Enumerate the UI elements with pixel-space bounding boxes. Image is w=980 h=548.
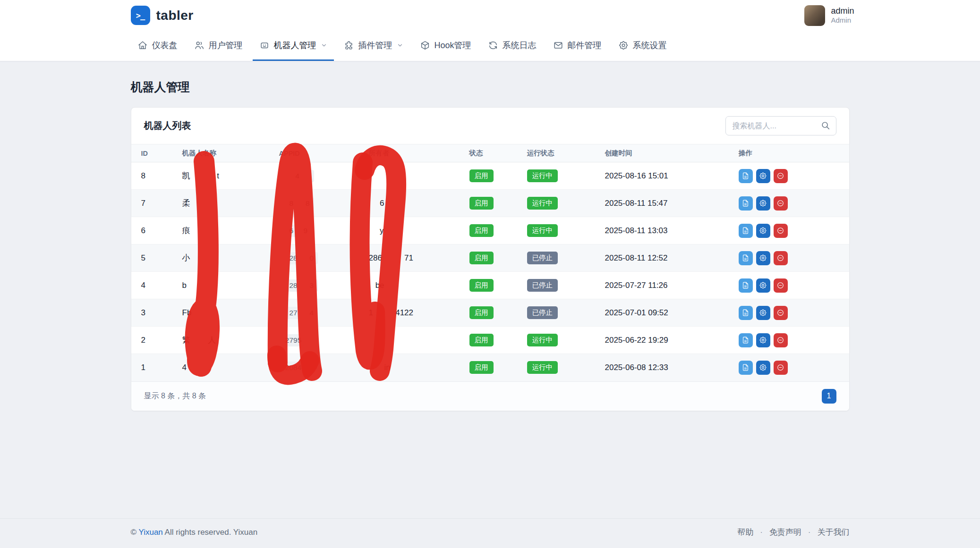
column-header: 所有者 (359, 144, 460, 162)
column-header: 运行状态 (517, 144, 595, 162)
column-header: APPID (269, 144, 359, 162)
disable-button[interactable] (774, 196, 788, 211)
footer-link-2[interactable]: 关于我们 (818, 527, 850, 538)
cell-owner: 286 71 (359, 244, 460, 272)
nav-item-label: 机器人管理 (274, 40, 316, 51)
settings-button[interactable] (756, 196, 770, 211)
view-log-button[interactable] (739, 333, 753, 347)
logo-glyph: >_ (136, 11, 145, 20)
home-icon (137, 40, 148, 51)
separator: · (808, 528, 811, 537)
status-badge: 启用 (469, 334, 494, 346)
status-badge: 启用 (469, 224, 494, 237)
row-actions (739, 306, 840, 320)
cell-owner: 1 4122 (359, 299, 460, 327)
search-icon[interactable] (820, 120, 831, 133)
status-badge: 启用 (469, 197, 494, 210)
search-input[interactable] (725, 116, 836, 135)
cell-robot-name: 繁 人 (172, 327, 269, 354)
appid-chip: 4 (279, 170, 314, 182)
card-title: 机器人列表 (144, 119, 191, 132)
topbar: >_ tabler admin Admin (0, 0, 980, 31)
table-row[interactable]: 6 痕 6 9 y 启用 运行中 2025-08-11 13:03 (131, 217, 850, 244)
view-log-button[interactable] (739, 251, 753, 265)
brand-logo[interactable]: >_ tabler (131, 6, 194, 25)
view-log-button[interactable] (739, 224, 753, 238)
user-menu[interactable]: admin Admin (804, 5, 854, 26)
nav-item-home[interactable]: 仪表盘 (131, 31, 184, 61)
settings-button[interactable] (756, 251, 770, 265)
settings-button[interactable] (756, 333, 770, 347)
nav-item-refresh[interactable]: 系统日志 (481, 31, 543, 61)
view-log-button[interactable] (739, 169, 753, 183)
cell-owner: in (359, 354, 460, 381)
settings-button[interactable] (756, 306, 770, 320)
row-actions (739, 278, 840, 293)
run-status-badge: 运行中 (527, 169, 558, 182)
table-row[interactable]: 3 Fb 27 4 1 4122 启用 已停止 2025-07-01 09:52 (131, 299, 850, 327)
nav-item-label: 仪表盘 (152, 40, 178, 51)
nav-item-puzzle[interactable]: 插件管理 (337, 31, 410, 61)
cell-owner: y (359, 217, 460, 244)
footer-link-1[interactable]: 免责声明 (769, 527, 801, 538)
cell-owner (359, 327, 460, 354)
disable-button[interactable] (774, 224, 788, 238)
cell-id: 5 (131, 244, 172, 272)
page-title: 机器人管理 (131, 79, 850, 95)
settings-icon (618, 40, 629, 51)
nav-item-users[interactable]: 用户管理 (187, 31, 249, 61)
nav-item-mail[interactable]: 邮件管理 (546, 31, 608, 61)
nav-item-label: Hook管理 (435, 40, 471, 51)
cell-robot-name: 小 (172, 244, 269, 272)
row-actions (739, 333, 840, 347)
disable-button[interactable] (774, 251, 788, 265)
appid-chip: 28 3 (279, 279, 318, 292)
view-log-button[interactable] (739, 361, 753, 375)
settings-button[interactable] (756, 361, 770, 375)
status-badge: 启用 (469, 169, 494, 182)
view-log-button[interactable] (739, 278, 753, 293)
disable-button[interactable] (774, 361, 788, 375)
disable-button[interactable] (774, 333, 788, 347)
cell-created-at: 2025-06-08 12:33 (595, 354, 729, 381)
results-summary: 显示 8 条，共 8 条 (144, 391, 206, 401)
settings-button[interactable] (756, 169, 770, 183)
footer-link-0[interactable]: 帮助 (737, 527, 753, 538)
page-button-1[interactable]: 1 (822, 389, 836, 404)
package-icon (420, 40, 430, 51)
refresh-icon (488, 40, 498, 51)
cell-created-at: 2025-07-27 11:26 (595, 272, 729, 299)
view-log-button[interactable] (739, 196, 753, 211)
cell-created-at: 2025-06-22 19:29 (595, 327, 729, 354)
page: >_ tabler admin Admin 仪表盘 用户管理 机器人管理 (0, 0, 980, 548)
cell-created-at: 2025-08-16 15:01 (595, 162, 729, 190)
disable-button[interactable] (774, 169, 788, 183)
table-row[interactable]: 8 凯 t 4 启用 运行中 2025-08-16 15:01 (131, 162, 850, 190)
cell-id: 7 (131, 190, 172, 217)
table-row[interactable]: 4 b 28 3 be 启用 已停止 2025-07-27 11:26 (131, 272, 850, 299)
cell-robot-name: 4 (172, 354, 269, 381)
mail-icon (553, 40, 563, 51)
table-row[interactable]: 7 柔 8 8 6 启用 运行中 2025-08-11 15:47 (131, 190, 850, 217)
search-box (725, 116, 836, 135)
table-row[interactable]: 1 4 2084 in 启用 运行中 2025-06-08 12:33 (131, 354, 850, 381)
chevron-down-icon (397, 42, 403, 49)
appid-chip: 2084 (279, 362, 318, 374)
nav-item-package[interactable]: Hook管理 (413, 31, 478, 61)
run-status-badge: 运行中 (527, 197, 558, 210)
row-actions (739, 224, 840, 238)
cell-id: 3 (131, 299, 172, 327)
disable-button[interactable] (774, 306, 788, 320)
nav-item-robot[interactable]: 机器人管理 (253, 31, 334, 61)
table-row[interactable]: 2 繁 人 2795 启用 运行中 2025-06-22 19:29 (131, 327, 850, 354)
copyright-link[interactable]: Yixuan (138, 528, 162, 537)
view-log-button[interactable] (739, 306, 753, 320)
nav-item-settings[interactable]: 系统设置 (612, 31, 673, 61)
card-footer: 显示 8 条，共 8 条 1 (131, 381, 849, 411)
table-row[interactable]: 5 小 28 0 286 71 启用 已停止 2025-08-11 12:52 (131, 244, 850, 272)
puzzle-icon (344, 40, 354, 51)
settings-button[interactable] (756, 224, 770, 238)
column-header: 操作 (729, 144, 850, 162)
disable-button[interactable] (774, 278, 788, 293)
settings-button[interactable] (756, 278, 770, 293)
